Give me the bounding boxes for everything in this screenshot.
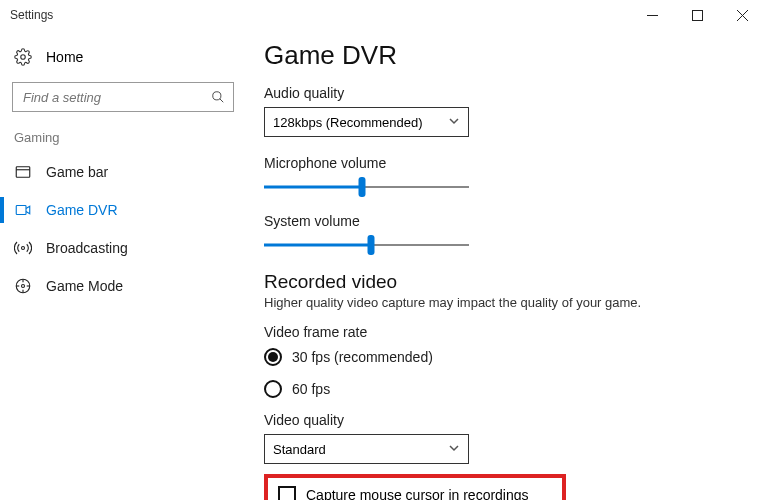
capture-cursor-label: Capture mouse cursor in recordings xyxy=(306,487,529,500)
checkbox-icon xyxy=(278,486,296,500)
window-title: Settings xyxy=(10,8,53,22)
game-bar-icon xyxy=(14,163,32,181)
svg-point-5 xyxy=(213,92,221,100)
broadcast-icon xyxy=(14,239,32,257)
frame-rate-60fps[interactable]: 60 fps xyxy=(264,380,735,398)
audio-quality-dropdown[interactable]: 128kbps (Recommended) xyxy=(264,107,469,137)
sidebar-item-label: Game DVR xyxy=(46,202,118,218)
capture-cursor-checkbox[interactable]: Capture mouse cursor in recordings xyxy=(278,486,552,500)
game-dvr-icon xyxy=(14,201,32,219)
frame-rate-60-label: 60 fps xyxy=(292,381,330,397)
video-quality-value: Standard xyxy=(273,442,326,457)
main-panel: Game DVR Audio quality 128kbps (Recommen… xyxy=(246,30,765,500)
radio-unselected-icon xyxy=(264,380,282,398)
sidebar: Home Gaming Game bar Game DVR Broadcas xyxy=(0,30,246,500)
search-icon xyxy=(211,90,225,104)
mic-volume-label: Microphone volume xyxy=(264,155,735,171)
recorded-video-subtitle: Higher quality video capture may impact … xyxy=(264,295,735,310)
page-title: Game DVR xyxy=(264,40,735,71)
svg-point-10 xyxy=(22,247,25,250)
video-quality-label: Video quality xyxy=(264,412,735,428)
sidebar-item-game-dvr[interactable]: Game DVR xyxy=(0,191,246,229)
svg-rect-7 xyxy=(16,167,30,178)
frame-rate-30-label: 30 fps (recommended) xyxy=(292,349,433,365)
frame-rate-30fps[interactable]: 30 fps (recommended) xyxy=(264,348,735,366)
highlight-annotation: Capture mouse cursor in recordings xyxy=(264,474,566,500)
svg-point-4 xyxy=(21,55,26,60)
svg-rect-1 xyxy=(693,10,703,20)
window-controls xyxy=(630,0,765,30)
system-volume-slider[interactable] xyxy=(264,235,469,255)
gear-icon xyxy=(14,48,32,66)
system-volume-label: System volume xyxy=(264,213,735,229)
home-nav[interactable]: Home xyxy=(0,42,246,76)
recorded-video-title: Recorded video xyxy=(264,271,735,293)
game-mode-icon xyxy=(14,277,32,295)
chevron-down-icon xyxy=(448,115,460,130)
minimize-button[interactable] xyxy=(630,0,675,30)
titlebar: Settings xyxy=(0,0,765,30)
sidebar-item-broadcasting[interactable]: Broadcasting xyxy=(0,229,246,267)
sidebar-item-label: Game Mode xyxy=(46,278,123,294)
maximize-button[interactable] xyxy=(675,0,720,30)
svg-rect-9 xyxy=(16,206,26,215)
video-quality-dropdown[interactable]: Standard xyxy=(264,434,469,464)
search-input[interactable] xyxy=(21,89,211,106)
mic-volume-slider[interactable] xyxy=(264,177,469,197)
sidebar-item-label: Broadcasting xyxy=(46,240,128,256)
sidebar-item-label: Game bar xyxy=(46,164,108,180)
radio-selected-icon xyxy=(264,348,282,366)
sidebar-item-game-bar[interactable]: Game bar xyxy=(0,153,246,191)
audio-quality-value: 128kbps (Recommended) xyxy=(273,115,423,130)
sidebar-item-game-mode[interactable]: Game Mode xyxy=(0,267,246,305)
search-box[interactable] xyxy=(12,82,234,112)
close-button[interactable] xyxy=(720,0,765,30)
svg-line-6 xyxy=(220,99,224,103)
svg-point-12 xyxy=(22,285,25,288)
audio-quality-label: Audio quality xyxy=(264,85,735,101)
content-area: Home Gaming Game bar Game DVR Broadcas xyxy=(0,30,765,500)
home-label: Home xyxy=(46,49,83,65)
sidebar-section-head: Gaming xyxy=(0,130,246,153)
frame-rate-label: Video frame rate xyxy=(264,324,735,340)
chevron-down-icon xyxy=(448,442,460,457)
